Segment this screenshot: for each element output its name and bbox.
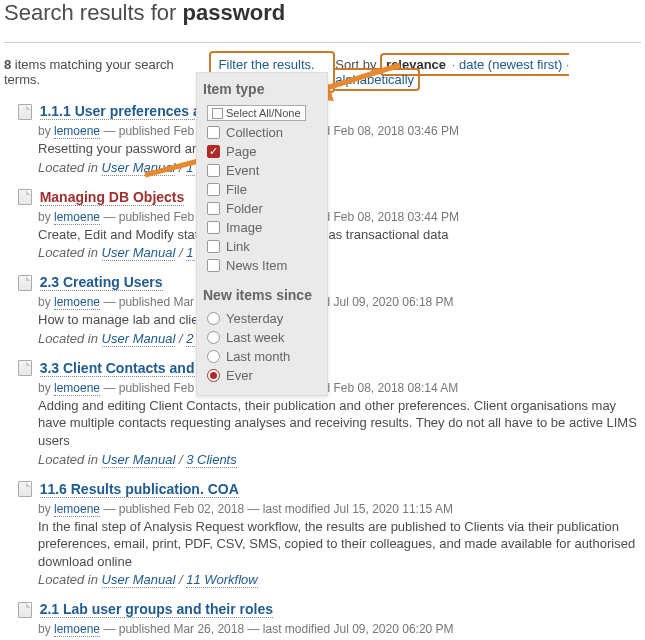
breadcrumb-link[interactable]: User Manual [102, 331, 176, 347]
page-heading: Search results for password [0, 0, 645, 34]
radio-icon [207, 369, 220, 382]
divider [4, 42, 641, 43]
result-description: In the final step of Analysis Request wo… [38, 518, 641, 571]
result-description: Resetting your password and avatar etc [38, 140, 641, 158]
result-meta: by lemoene — published Feb 01, 2018 — la… [38, 124, 641, 138]
radio-icon [207, 331, 220, 344]
author-link[interactable]: lemoene [54, 124, 100, 139]
checkbox-icon [207, 259, 220, 272]
checkbox-icon [207, 183, 220, 196]
filter-option[interactable]: Event [203, 161, 321, 180]
filter-option[interactable]: Collection [203, 123, 321, 142]
filter-option[interactable]: Link [203, 237, 321, 256]
search-result: 2.1 Lab user groups and their roles by l… [4, 601, 641, 640]
author-link[interactable]: lemoene [54, 210, 100, 225]
since-option[interactable]: Last week [203, 328, 321, 347]
option-label: Yesterday [226, 311, 283, 326]
page-icon [18, 360, 32, 376]
option-label: Image [226, 220, 262, 235]
item-type-heading: Item type [203, 81, 321, 97]
page-icon [18, 275, 32, 291]
result-meta: by lemoene — published Mar 26, 2018 — la… [38, 622, 641, 636]
filter-option[interactable]: News Item [203, 256, 321, 275]
filter-dropdown: Item type Select All/None Collection✓Pag… [196, 72, 328, 396]
result-meta: by lemoene — published Mar 26, 2018 — la… [38, 295, 641, 309]
result-title-link[interactable]: 2.1 Lab user groups and their roles [40, 601, 273, 618]
option-label: Ever [226, 368, 253, 383]
page-icon [18, 189, 32, 205]
since-option[interactable]: Yesterday [203, 309, 321, 328]
heading-term: password [183, 0, 286, 25]
result-location: Located in User Manual / 1 Introduction [38, 245, 641, 260]
option-label: Link [226, 239, 250, 254]
option-label: Collection [226, 125, 283, 140]
result-location: Located in User Manual / 3 Clients [38, 452, 641, 467]
select-all-button[interactable]: Select All/None [207, 105, 306, 121]
option-label: Last month [226, 349, 290, 364]
filter-option[interactable]: ✓Page [203, 142, 321, 161]
result-location: Located in User Manual / 2 Users and Gro… [38, 331, 641, 346]
checkbox-icon: ✓ [207, 145, 220, 158]
checkbox-icon [212, 108, 223, 119]
option-label: Folder [226, 201, 263, 216]
search-result: 11.6 Results publication. COA by lemoene… [4, 481, 641, 588]
author-link[interactable]: lemoene [54, 502, 100, 517]
sort-date-link[interactable]: date (newest first) [459, 57, 562, 72]
breadcrumb-link[interactable]: User Manual [102, 572, 176, 588]
result-meta: by lemoene — published Feb 01, 2018 — la… [38, 210, 641, 224]
filter-option[interactable]: Folder [203, 199, 321, 218]
option-label: Last week [226, 330, 285, 345]
heading-prefix: Search results for [4, 0, 183, 25]
result-location: Located in User Manual / 11 Workflow [38, 572, 641, 587]
result-title-link[interactable]: 2.3 Creating Users [40, 274, 163, 291]
breadcrumb-link[interactable]: 3 Clients [186, 452, 237, 468]
radio-icon [207, 350, 220, 363]
checkbox-icon [207, 126, 220, 139]
checkbox-icon [207, 202, 220, 215]
since-option[interactable]: Ever [203, 366, 321, 385]
result-meta: by lemoene — published Feb 08, 2018 — la… [38, 381, 641, 395]
result-description: Create, Edit and Modify static setup ite… [38, 226, 641, 244]
checkbox-icon [207, 164, 220, 177]
option-label: News Item [226, 258, 287, 273]
page-icon [18, 104, 32, 120]
option-label: Event [226, 163, 259, 178]
result-title-link[interactable]: Managing DB Objects [40, 189, 185, 206]
count-suffix: items matching your search terms. [4, 57, 174, 87]
checkbox-icon [207, 240, 220, 253]
author-link[interactable]: lemoene [54, 295, 100, 310]
breadcrumb-link[interactable]: User Manual [102, 452, 176, 468]
result-location: Located in User Manual / 1 Introduction [38, 160, 641, 175]
result-description: How to manage lab and client users [38, 311, 641, 329]
checkbox-icon [207, 221, 220, 234]
option-label: File [226, 182, 247, 197]
new-items-since-heading: New items since [203, 287, 321, 303]
result-title-link[interactable]: 11.6 Results publication. COA [40, 481, 239, 498]
author-link[interactable]: lemoene [54, 381, 100, 396]
author-link[interactable]: lemoene [54, 622, 100, 637]
breadcrumb-link[interactable]: 11 Workflow [186, 572, 258, 588]
result-meta: by lemoene — published Feb 02, 2018 — la… [38, 502, 641, 516]
page-icon [18, 602, 32, 618]
filter-option[interactable]: Image [203, 218, 321, 237]
since-option[interactable]: Last month [203, 347, 321, 366]
radio-icon [207, 312, 220, 325]
filter-option[interactable]: File [203, 180, 321, 199]
result-description: Adding and editing Client Contacts, thei… [38, 397, 641, 450]
breadcrumb-link[interactable]: User Manual [102, 245, 176, 261]
page-icon [18, 481, 32, 497]
option-label: Page [226, 144, 256, 159]
